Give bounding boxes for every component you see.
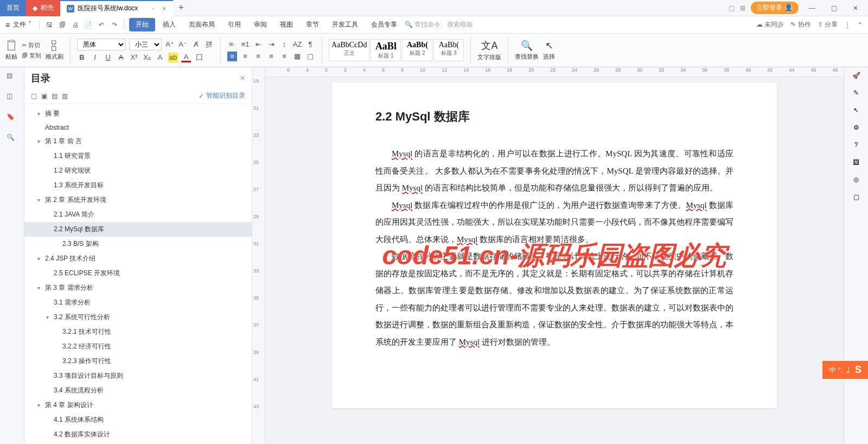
search-rail-icon[interactable]: 🔍 bbox=[7, 134, 17, 144]
tree-toggle-icon[interactable]: ▾ bbox=[37, 285, 45, 291]
new-tab-button[interactable]: + bbox=[173, 2, 190, 14]
style-normal[interactable]: AaBbCcDd正文 bbox=[329, 39, 369, 61]
align-justify-button[interactable]: ≡ bbox=[266, 52, 276, 61]
outline-item[interactable]: 2.2 MySql 数据库 bbox=[24, 222, 252, 237]
nav-icon[interactable]: ◫ bbox=[7, 92, 17, 103]
text-effect-button[interactable]: A bbox=[155, 53, 165, 62]
document-area[interactable]: 6422468101214161820222426283032343638404… bbox=[265, 67, 844, 444]
ime-indicator[interactable]: 中 °, ♩ S bbox=[822, 361, 868, 379]
decrease-indent-button[interactable]: ⇤ bbox=[253, 40, 263, 49]
tree-toggle-icon[interactable]: ▾ bbox=[37, 256, 45, 262]
font-color-button[interactable]: A bbox=[181, 53, 191, 62]
superscript-button[interactable]: X² bbox=[129, 53, 139, 62]
bookmark-icon[interactable]: 🔖 bbox=[7, 113, 17, 124]
coop-button[interactable]: ✎ 协作 bbox=[790, 20, 810, 29]
outline-item[interactable]: 3.4 系统流程分析 bbox=[24, 383, 252, 398]
menu-tab-member[interactable]: 会员专享 bbox=[366, 20, 403, 29]
outline-tool-4[interactable]: ▥ bbox=[62, 92, 68, 100]
tree-toggle-icon[interactable]: ▾ bbox=[46, 314, 54, 320]
find-replace-button[interactable]: 🔍查找替换 bbox=[515, 40, 539, 61]
outline-item[interactable]: ▾第 2 章 系统开发环境 bbox=[24, 193, 252, 207]
pen-icon[interactable]: ✎ bbox=[853, 89, 859, 97]
grid-icon[interactable]: ⊞ bbox=[740, 4, 745, 12]
outline-view-icon[interactable]: ▤ bbox=[7, 72, 17, 83]
decrease-font-icon[interactable]: A⁻ bbox=[178, 40, 188, 49]
text-layout-button[interactable]: 文A文字排版 bbox=[477, 39, 501, 61]
save-icon[interactable]: 🖫 bbox=[44, 20, 55, 30]
styles-gallery[interactable]: AaBbCcDd正文 AaBl标题 1 AaBb(标题 2 AaBb(标题 3 bbox=[329, 39, 464, 61]
image-icon[interactable]: 🖼 bbox=[853, 158, 859, 166]
tree-toggle-icon[interactable]: ▾ bbox=[37, 197, 45, 203]
outline-tool-3[interactable]: ▤ bbox=[52, 92, 58, 100]
outline-item[interactable]: Abstract bbox=[24, 121, 252, 134]
smart-outline-button[interactable]: ✓ 智能识别目录 bbox=[199, 91, 245, 100]
style-heading3[interactable]: AaBb(标题 3 bbox=[433, 39, 464, 61]
outline-item[interactable]: ▾第 3 章 需求分析 bbox=[24, 281, 252, 295]
tree-toggle-icon[interactable]: ▾ bbox=[37, 111, 45, 117]
menu-tab-insert[interactable]: 插入 bbox=[157, 20, 181, 29]
paste-button[interactable]: 粘贴 bbox=[5, 40, 17, 61]
select-button[interactable]: ↖选择 bbox=[543, 40, 555, 61]
strikethrough-button[interactable]: A bbox=[116, 53, 126, 62]
increase-indent-button[interactable]: ⇥ bbox=[266, 40, 276, 49]
outline-tool-2[interactable]: ▣ bbox=[41, 92, 47, 100]
tab-close-icon[interactable]: × bbox=[162, 4, 167, 13]
outline-item[interactable]: 3.2.2 经济可行性 bbox=[24, 339, 252, 354]
outline-close-icon[interactable]: ✕ bbox=[240, 74, 245, 82]
outline-item[interactable]: 1.1 研究背景 bbox=[24, 149, 252, 163]
char-shading-button[interactable]: 囗 bbox=[194, 53, 204, 62]
tab-home[interactable]: 首页 bbox=[0, 0, 26, 16]
outline-item[interactable]: 1.3 系统开发目标 bbox=[24, 178, 252, 193]
more-icon[interactable]: ⋮ bbox=[844, 21, 851, 29]
outline-item[interactable]: 2.1 JAVA 简介 bbox=[24, 207, 252, 222]
menu-tab-developer[interactable]: 开发工具 bbox=[327, 20, 363, 29]
sort-button[interactable]: AZ bbox=[292, 40, 302, 49]
menu-tab-reference[interactable]: 引用 bbox=[222, 20, 246, 29]
redo-icon[interactable]: ↷ bbox=[109, 20, 120, 30]
align-right-button[interactable]: ≡ bbox=[253, 52, 263, 61]
file-menu[interactable]: 文件 ˅ bbox=[13, 20, 31, 29]
outline-item[interactable]: ▾第 1 章 前 言 bbox=[24, 134, 252, 149]
share-button[interactable]: ⇪ 分享 bbox=[818, 20, 838, 29]
close-button[interactable]: ✕ bbox=[847, 4, 864, 12]
outline-item[interactable]: 3.1 需求分析 bbox=[24, 295, 252, 310]
outline-item[interactable]: 4.1 系统体系结构 bbox=[24, 413, 252, 427]
menu-tab-review[interactable]: 审阅 bbox=[248, 20, 272, 29]
outline-item[interactable]: ▾摘 要 bbox=[24, 106, 252, 121]
layout-icon[interactable]: ▢ bbox=[729, 4, 735, 12]
rocket-icon[interactable]: 🚀 bbox=[852, 72, 860, 79]
print-icon[interactable]: 🖨 bbox=[70, 20, 81, 30]
tree-toggle-icon[interactable]: ▾ bbox=[37, 402, 45, 408]
undo-icon[interactable]: ↶ bbox=[96, 20, 107, 30]
tree-toggle-icon[interactable]: ▾ bbox=[37, 138, 45, 144]
show-marks-button[interactable]: ¶ bbox=[305, 40, 315, 49]
outline-item[interactable]: 2.5 ECLIPSE 开发环境 bbox=[24, 266, 252, 281]
location-icon[interactable]: ◎ bbox=[853, 176, 859, 183]
maximize-button[interactable]: ▢ bbox=[826, 4, 842, 12]
outline-tool-1[interactable]: ▢ bbox=[31, 92, 37, 100]
tab-document[interactable]: W 医院挂号系统lw.docx ▫ × bbox=[60, 0, 173, 16]
style-heading1[interactable]: AaBl标题 1 bbox=[371, 39, 401, 61]
increase-font-icon[interactable]: A⁺ bbox=[165, 40, 175, 49]
highlight-button[interactable]: ab bbox=[168, 53, 178, 62]
outline-item[interactable]: ▾第 4 章 架构设计 bbox=[24, 398, 252, 413]
collapse-icon[interactable]: ⌃ bbox=[857, 21, 863, 29]
italic-button[interactable]: I bbox=[90, 53, 100, 62]
underline-button[interactable]: U bbox=[103, 53, 113, 62]
outline-item[interactable]: 3.3 项目设计目标与原则 bbox=[24, 369, 252, 383]
pointer-icon[interactable]: ↖ bbox=[853, 106, 859, 114]
minimize-button[interactable]: — bbox=[804, 4, 820, 12]
page-icon[interactable]: ▢ bbox=[853, 193, 859, 201]
outline-item[interactable]: 3.2.1 技术可行性 bbox=[24, 325, 252, 339]
outline-item[interactable]: 4.3 数据库表设计 bbox=[24, 442, 252, 444]
font-size-select[interactable]: 小三 bbox=[129, 39, 162, 50]
subscript-button[interactable]: X₂ bbox=[142, 53, 152, 62]
outline-item[interactable]: 4.2 数据库实体设计 bbox=[24, 427, 252, 442]
outline-item[interactable]: 2.3 B/S 架构 bbox=[24, 237, 252, 251]
menu-tab-pagelayout[interactable]: 页面布局 bbox=[183, 20, 220, 29]
command-search[interactable]: 🔍 查找命令、搜索模板 bbox=[405, 20, 473, 29]
sync-status[interactable]: ☁ 未同步 bbox=[756, 20, 784, 29]
outline-item[interactable]: 1.2 研究现状 bbox=[24, 163, 252, 178]
borders-button[interactable]: ▢ bbox=[305, 52, 315, 61]
style-heading2[interactable]: AaBb(标题 2 bbox=[402, 39, 432, 61]
